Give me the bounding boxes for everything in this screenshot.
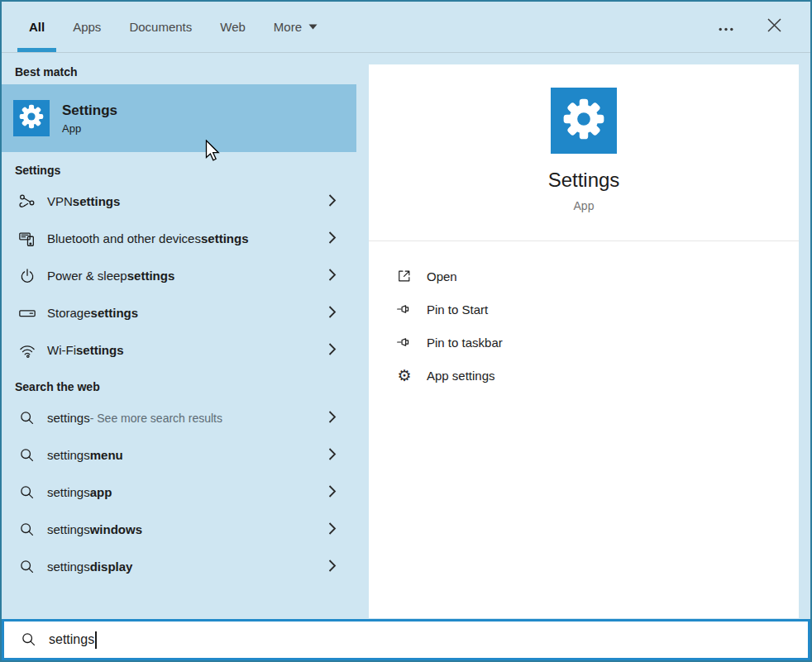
open-icon xyxy=(395,267,413,285)
chevron-right-icon xyxy=(328,193,337,209)
close-button[interactable] xyxy=(762,16,786,39)
search-icon xyxy=(18,558,36,576)
search-icon xyxy=(20,631,38,649)
result-wifi-settings[interactable]: Wi-Fi settings xyxy=(2,331,356,369)
best-match-result-settings[interactable]: Settings App xyxy=(2,84,356,152)
settings-app-tile xyxy=(13,100,50,136)
gear-icon xyxy=(560,95,608,146)
search-flyout-window: All Apps Documents Web More xyxy=(0,0,812,662)
chevron-right-icon xyxy=(328,410,337,426)
web-suggestion-settings-display[interactable]: settings display xyxy=(2,548,356,585)
chevron-down-icon xyxy=(308,24,318,30)
search-icon xyxy=(18,446,36,464)
chevron-right-icon xyxy=(328,268,337,283)
action-open[interactable]: Open xyxy=(369,260,799,293)
action-list: Open Pin to Start xyxy=(369,241,799,392)
chevron-right-icon xyxy=(328,522,337,537)
action-pin-to-start[interactable]: Pin to Start xyxy=(369,293,799,326)
chevron-right-icon xyxy=(328,484,337,500)
storage-icon xyxy=(18,304,36,322)
pin-icon xyxy=(395,300,413,318)
best-match-subtitle: App xyxy=(62,122,117,135)
search-query-text: settings xyxy=(49,632,94,647)
close-icon xyxy=(767,18,781,36)
chevron-right-icon xyxy=(328,447,337,463)
web-suggestion-settings-menu[interactable]: settings menu xyxy=(2,436,356,474)
best-match-header: Best match xyxy=(2,54,356,84)
preview-subtitle: App xyxy=(369,199,799,212)
filter-tab-bar: All Apps Documents Web More xyxy=(2,2,810,53)
tab-web[interactable]: Web xyxy=(220,2,246,53)
chevron-right-icon xyxy=(328,559,337,574)
result-storage-settings[interactable]: Storage settings xyxy=(2,294,356,331)
power-icon xyxy=(18,267,36,285)
action-app-settings[interactable]: ⚙ App settings xyxy=(369,359,799,392)
active-tab-underline xyxy=(17,48,56,52)
vpn-icon xyxy=(18,193,36,211)
bluetooth-devices-icon xyxy=(18,230,36,248)
ellipsis-icon xyxy=(719,20,733,35)
search-icon xyxy=(18,521,36,539)
tab-all[interactable]: All xyxy=(29,2,45,53)
web-suggestion-settings-windows[interactable]: settings windows xyxy=(2,511,356,548)
more-options-button[interactable] xyxy=(714,16,738,39)
result-power-sleep-settings[interactable]: Power & sleep settings xyxy=(2,257,356,294)
chevron-right-icon xyxy=(328,305,337,321)
search-input[interactable]: settings xyxy=(2,619,810,660)
chevron-right-icon xyxy=(328,231,337,246)
results-panel: Best match xyxy=(2,54,356,617)
gear-icon xyxy=(17,102,45,134)
wifi-icon xyxy=(18,341,36,360)
action-pin-to-taskbar[interactable]: Pin to taskbar xyxy=(369,326,799,359)
pin-icon xyxy=(395,333,413,351)
tab-more[interactable]: More xyxy=(274,2,318,53)
preview-panel: Settings App Open xyxy=(369,64,799,618)
tab-apps[interactable]: Apps xyxy=(73,2,101,53)
search-icon xyxy=(18,483,36,502)
tab-documents[interactable]: Documents xyxy=(129,2,192,53)
web-section-header: Search the web xyxy=(2,369,356,399)
web-suggestion-settings-app[interactable]: settings app xyxy=(2,474,356,511)
chevron-right-icon xyxy=(328,342,337,358)
gear-outline-icon: ⚙ xyxy=(395,366,413,384)
best-match-title: Settings xyxy=(62,102,117,119)
text-caret xyxy=(95,631,97,649)
settings-section-header: Settings xyxy=(2,152,356,183)
search-icon xyxy=(18,409,36,427)
settings-app-tile-large xyxy=(551,88,617,154)
result-bluetooth-settings[interactable]: Bluetooth and other devices settings xyxy=(2,220,356,257)
result-vpn-settings[interactable]: VPN settings xyxy=(2,183,356,220)
preview-title: Settings xyxy=(369,169,799,192)
web-suggestion-see-more[interactable]: settings - See more search results xyxy=(2,399,356,436)
